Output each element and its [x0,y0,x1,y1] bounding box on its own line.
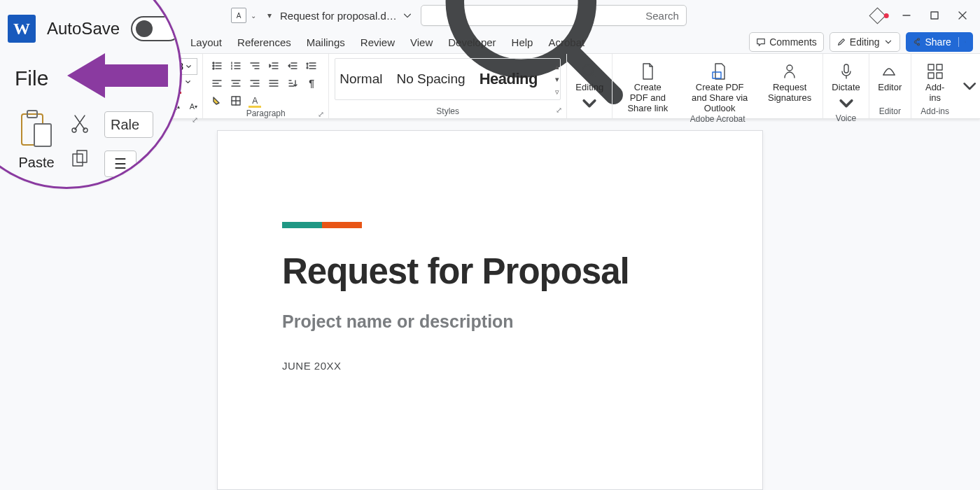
text-highlight-icon[interactable]: A [246,93,263,108]
dictate-button[interactable]: Dictate [826,58,865,113]
align-left-icon[interactable] [209,76,225,91]
share-button[interactable]: Share [906,32,973,52]
chevron-down-icon [837,95,855,113]
tab-layout[interactable]: Layout [190,34,222,51]
paste-label: Paste [18,155,54,171]
line-spacing-icon[interactable] [303,58,320,74]
svg-rect-22 [73,154,83,166]
search-input[interactable]: Search [421,5,687,26]
svg-point-11 [787,65,792,71]
editor-button[interactable]: Editor [872,58,907,93]
chevron-down-icon [965,37,966,47]
numbering-icon[interactable] [227,58,244,74]
align-right-icon[interactable] [246,76,263,91]
addins-button[interactable]: Add-ins [917,58,953,104]
svg-rect-16 [937,73,942,78]
document-title[interactable]: Request for proposal.d… [280,10,412,22]
svg-point-20 [72,128,76,132]
svg-point-5 [213,62,214,64]
dialog-launcher-icon[interactable]: ⤢ [556,106,562,115]
addins-group: Add-ins Add-ins [911,54,959,118]
accessibility-icon[interactable]: A [231,8,246,23]
editing-label: Editing [575,83,603,93]
style-normal[interactable]: Normal [340,71,382,87]
label: Dictate [832,83,860,93]
ribbon-collapse-button[interactable] [959,54,980,118]
create-pdf-share-link-button[interactable]: Create PDF and Share link [618,58,677,114]
clipboard-icon [18,108,55,150]
tab-acrobat[interactable]: Acrobat [548,34,584,51]
signature-icon [780,62,799,80]
paragraph-group-label: Paragraph⤢ [203,108,328,118]
doc-heading[interactable]: Request for Proposal [282,252,698,290]
font-name-value: Rale [111,117,139,133]
styles-scroll[interactable]: ▴▾▿ [552,60,563,98]
comments-button[interactable]: Comments [749,32,824,52]
coming-soon-icon[interactable] [869,7,886,24]
close-icon[interactable] [958,10,967,20]
share-icon [913,38,921,46]
editor-group-label: Editor [869,104,911,118]
decrease-indent-icon[interactable] [265,58,282,74]
chevron-down-icon[interactable] [185,79,191,85]
svg-rect-1 [931,12,938,19]
maximize-icon[interactable] [930,10,939,20]
find-icon [580,62,598,80]
editor-icon [881,62,899,80]
document-area[interactable]: Request for Proposal Project name or des… [0,120,980,490]
word-app-icon[interactable]: W [8,15,36,43]
editing-mode-button[interactable]: Editing [830,32,900,52]
styles-group-label: Styles⤢ [329,104,566,118]
sort-icon[interactable] [284,76,301,91]
tab-developer[interactable]: Developer [448,34,496,51]
doc-subtitle[interactable]: Project name or description [282,312,698,332]
doc-title-text: Request for proposal.d… [280,10,397,22]
svg-rect-13 [928,64,934,70]
shading-icon[interactable] [209,93,225,108]
window-controls [872,10,974,22]
tab-view[interactable]: View [410,34,433,51]
styles-gallery[interactable]: Normal No Spacing Heading ▴▾▿ [335,58,561,100]
accent-bar [282,222,362,228]
font-name-input[interactable]: Rale [104,111,153,138]
tab-references[interactable]: References [237,34,291,51]
request-signatures-button[interactable]: Request Signatures [762,58,817,104]
comments-label: Comments [769,36,817,48]
paragraph-group: ¶ A Paragraph⤢ [203,54,329,118]
qat-more-icon[interactable]: ▾ [267,10,272,20]
tab-review[interactable]: Review [360,34,395,51]
justify-icon[interactable] [265,76,282,91]
show-marks-icon[interactable]: ¶ [303,76,320,91]
label: Request Signatures [768,83,811,104]
minimize-icon[interactable] [902,10,911,20]
dialog-launcher-icon[interactable]: ⤢ [318,110,324,119]
align-center-icon[interactable] [227,76,244,91]
tab-mailings[interactable]: Mailings [307,34,345,51]
style-heading1[interactable]: Heading [479,70,538,88]
chevron-down-icon [580,95,598,113]
svg-point-21 [83,128,88,132]
paste-button[interactable]: Paste [18,108,55,171]
multilevel-icon[interactable] [246,58,263,74]
svg-rect-14 [937,64,942,70]
share-label: Share [925,36,951,48]
chevron-down-icon[interactable] [402,10,412,20]
borders-icon[interactable] [227,93,244,108]
page[interactable]: Request for Proposal Project name or des… [217,130,763,490]
editing-button[interactable]: Editing [570,58,609,113]
create-pdf-share-outlook-button[interactable]: Create PDF and Share via Outlook [685,58,754,114]
bullets-icon[interactable] [209,58,225,74]
svg-point-6 [213,65,214,66]
style-nospacing[interactable]: No Spacing [396,71,465,87]
svg-rect-19 [34,124,51,146]
increase-indent-icon[interactable] [284,58,301,74]
decrease-font-icon[interactable]: A▾ [185,99,202,114]
qat-dropdown-icon[interactable]: ⌄ [251,12,256,20]
tab-help[interactable]: Help [512,34,533,51]
copy-icon[interactable] [69,148,90,169]
svg-rect-15 [928,73,934,78]
svg-point-3 [914,41,916,43]
chevron-down-icon [883,37,893,47]
cut-icon[interactable] [69,113,90,134]
doc-date[interactable]: JUNE 20XX [282,360,698,372]
